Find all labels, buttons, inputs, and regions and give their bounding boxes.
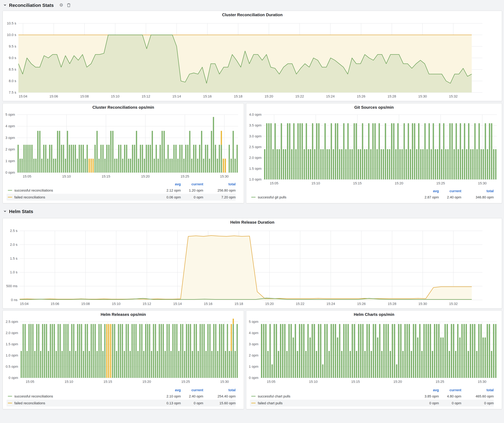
svg-text:10.5 s: 10.5 s <box>7 21 16 25</box>
legend-col-current[interactable]: current <box>181 388 203 392</box>
chart-helm-release-duration[interactable]: 15:0415:0615:0815:1015:1215:1415:1615:18… <box>3 226 502 308</box>
panel-cluster-reconciliation-duration: Cluster Reconciliation Duration 15:0415:… <box>2 11 502 101</box>
svg-text:15:16: 15:16 <box>204 302 212 306</box>
gear-icon[interactable]: ⚙ <box>59 2 64 7</box>
legend-row: successful chart pulls3.85 opm4.80 opm46… <box>250 393 494 400</box>
svg-text:15:30: 15:30 <box>418 94 427 98</box>
legend-avg-value: 0 opm <box>411 401 439 405</box>
legend-row: failed chart pulls0 opm0 opm0 opm <box>250 400 494 406</box>
svg-text:4 opm: 4 opm <box>249 331 258 335</box>
legend-col-avg[interactable]: avg <box>411 189 439 193</box>
svg-text:15:10: 15:10 <box>309 380 318 384</box>
svg-text:15:10: 15:10 <box>65 380 73 384</box>
legend-total-value: 346.80 opm <box>461 195 494 199</box>
svg-text:15:05: 15:05 <box>23 174 31 178</box>
chart-cluster-reconciliation-duration[interactable]: 15:0415:0615:0815:1015:1215:1415:1615:18… <box>3 19 502 101</box>
svg-text:15:25: 15:25 <box>181 380 190 384</box>
svg-text:4.0 opm: 4.0 opm <box>249 113 262 117</box>
legend-avg-value: 0.13 opm <box>153 401 181 405</box>
legend-col-total[interactable]: total <box>461 388 494 392</box>
svg-text:15:24: 15:24 <box>326 302 335 306</box>
series-color-dash <box>8 403 12 403</box>
panel-title[interactable]: Helm Releases ops/min <box>3 311 244 319</box>
chevron-down-icon[interactable] <box>3 2 6 7</box>
legend-col-current[interactable]: current <box>439 189 461 193</box>
legend: avgcurrenttotalsuccessful chart pulls3.8… <box>250 387 498 406</box>
svg-text:1.0 opm: 1.0 opm <box>249 177 262 181</box>
legend-series-label[interactable]: successful reconciliations <box>6 394 153 398</box>
chart-cluster-reconciliations[interactable]: 15:0515:1015:1515:2015:2515:300 opm1 opm… <box>3 112 244 180</box>
panel-cluster-reconciliations: Cluster Reconciliations ops/min 15:0515:… <box>2 103 244 203</box>
svg-text:1.5 opm: 1.5 opm <box>249 167 262 170</box>
legend-col-avg[interactable]: avg <box>411 388 439 392</box>
grafana-dashboard: Reconciliation Stats ⚙ Cluster Reconcili… <box>0 0 504 423</box>
legend-series-label[interactable]: successful chart pulls <box>250 394 411 398</box>
svg-text:15:20: 15:20 <box>265 302 274 306</box>
legend-total-value: 465.60 opm <box>461 394 494 398</box>
series-color-dash <box>251 403 256 403</box>
svg-text:15:18: 15:18 <box>234 302 243 306</box>
svg-text:8.5 s: 8.5 s <box>9 67 16 71</box>
svg-text:2.0 s: 2.0 s <box>10 243 18 247</box>
legend-series-label[interactable]: successful reconciliations <box>6 188 153 192</box>
legend-series-label[interactable]: failed chart pulls <box>250 401 411 405</box>
series-color-dash <box>8 197 12 198</box>
svg-text:15:32: 15:32 <box>449 94 457 98</box>
svg-text:15:30: 15:30 <box>478 181 486 185</box>
legend-row: successful git pulls2.87 opm2.40 opm346.… <box>250 194 494 201</box>
svg-text:15:15: 15:15 <box>351 380 360 384</box>
panel-title[interactable]: Helm Release Duration <box>3 218 502 226</box>
panel-git-sources: Git Sources ops/min 15:0515:1015:1515:20… <box>246 103 502 203</box>
legend-col-total[interactable]: total <box>203 182 236 186</box>
chart-git-sources[interactable]: 15:0515:1015:1515:2015:2515:301.0 opm1.5… <box>246 112 502 187</box>
section-title[interactable]: Helm Stats <box>9 209 33 214</box>
series-color-dash <box>251 396 256 397</box>
panel-title[interactable]: Git Sources ops/min <box>246 103 502 112</box>
legend: avgcurrenttotalsuccessful reconciliation… <box>6 181 240 201</box>
legend-col-avg[interactable]: avg <box>153 388 181 392</box>
section-header-reconciliation-stats[interactable]: Reconciliation Stats ⚙ <box>3 1 71 9</box>
legend-series-label[interactable]: successful git pulls <box>250 195 411 199</box>
legend-col-total[interactable]: total <box>203 388 236 392</box>
legend-col-current[interactable]: current <box>439 388 461 392</box>
svg-text:15:28: 15:28 <box>388 94 396 98</box>
svg-text:15:25: 15:25 <box>181 174 189 178</box>
legend-current-value: 1.20 opm <box>181 188 203 192</box>
svg-text:10.0 s: 10.0 s <box>7 33 16 37</box>
legend-current-value: 0 opm <box>439 401 461 405</box>
legend-col-current[interactable]: current <box>181 182 203 186</box>
svg-text:15:26: 15:26 <box>357 94 365 98</box>
series-color-dash <box>8 190 12 191</box>
svg-text:1.5 opm: 1.5 opm <box>6 342 18 346</box>
legend-series-label[interactable]: failed reconciliations <box>6 401 153 405</box>
chevron-down-icon[interactable] <box>3 209 6 214</box>
panel-title[interactable]: Cluster Reconciliations ops/min <box>3 103 244 112</box>
svg-text:1 opm: 1 opm <box>249 364 258 369</box>
legend-col-avg[interactable]: avg <box>153 182 181 186</box>
legend-avg-value: 3.85 opm <box>411 394 439 398</box>
section-title[interactable]: Reconciliation Stats <box>9 2 54 8</box>
legend-series-label[interactable]: failed reconciliations <box>6 195 153 199</box>
svg-text:15:30: 15:30 <box>419 302 427 306</box>
svg-text:15:15: 15:15 <box>103 380 112 384</box>
panel-helm-releases: Helm Releases ops/min 15:0515:1015:1515:… <box>2 310 244 409</box>
legend-col-total[interactable]: total <box>461 189 494 193</box>
section-header-helm-stats[interactable]: Helm Stats <box>3 207 33 215</box>
panel-title[interactable]: Helm Charts ops/min <box>246 311 502 319</box>
panel-title[interactable]: Cluster Reconciliation Duration <box>3 11 502 19</box>
trash-icon[interactable] <box>66 2 71 7</box>
svg-text:15:20: 15:20 <box>141 174 150 178</box>
svg-text:15:05: 15:05 <box>270 181 278 185</box>
svg-text:3 opm: 3 opm <box>6 136 15 140</box>
svg-text:15:10: 15:10 <box>62 174 71 178</box>
chart-helm-charts[interactable]: 15:0515:1015:1515:2015:2515:300 opm1 opm… <box>246 319 502 385</box>
svg-text:15:20: 15:20 <box>393 380 402 384</box>
svg-text:15:15: 15:15 <box>102 174 110 178</box>
svg-text:15:25: 15:25 <box>436 380 444 384</box>
svg-text:15:26: 15:26 <box>357 302 366 306</box>
svg-text:2 opm: 2 opm <box>6 147 15 151</box>
legend-current-value: 0 opm <box>181 195 203 199</box>
chart-helm-releases[interactable]: 15:0515:1015:1515:2015:2515:300 opm0.5 o… <box>3 319 244 385</box>
svg-text:15:10: 15:10 <box>311 181 320 185</box>
svg-text:15:12: 15:12 <box>142 94 150 98</box>
